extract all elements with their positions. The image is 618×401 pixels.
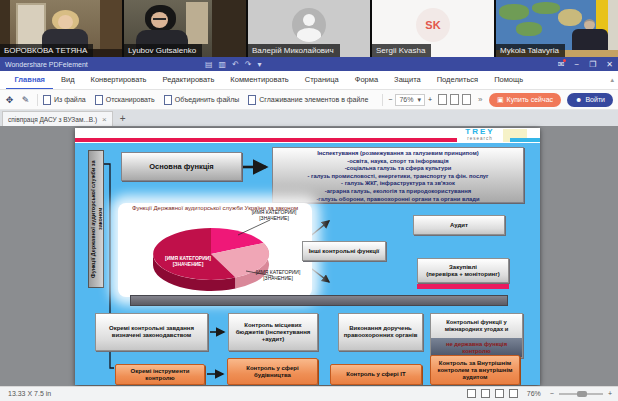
- control-task-box: Виконання доручень правоохоронних органі…: [338, 313, 423, 351]
- print-icon[interactable]: ▥: [219, 60, 227, 69]
- menu-tab-3[interactable]: Вид: [53, 71, 83, 90]
- view-thumbnails-icon[interactable]: [509, 389, 518, 398]
- inspection-line: - галузь промисловості, енергетики, тран…: [308, 173, 489, 181]
- control-task-box: Окремі контрольні завдання визначені зак…: [95, 313, 208, 351]
- toolbar-item[interactable]: Сглаживание элементов в файле: [248, 95, 368, 105]
- procurement-line2: (перевірка + моніторинг): [426, 271, 499, 278]
- undo-icon[interactable]: ↶: [232, 60, 239, 69]
- close-button[interactable]: ✕: [606, 60, 613, 69]
- view-single-page-icon[interactable]: [467, 389, 476, 398]
- screen: БОРОВКОВА ТЕТЯНА Lyubov Gutsalenko Валер…: [0, 0, 618, 401]
- statusbar-right: 76% − +: [467, 389, 612, 398]
- zoom-slider-handle[interactable]: [577, 391, 587, 397]
- zoom-slider[interactable]: [559, 393, 603, 395]
- document-area[interactable]: TREY research: [0, 126, 618, 386]
- toolbar: ✥ ✎ Из файлаОтсканироватьОбъединить файл…: [0, 90, 618, 110]
- toolbar-item-label: Отсканировать: [106, 96, 155, 103]
- zoom-controls: − 76% ▾ +: [388, 94, 432, 106]
- minimize-button[interactable]: −: [574, 60, 579, 69]
- quick-access-toolbar: ▤ ▥ ↶ ↷ ▾: [205, 57, 262, 71]
- menu-tab-8[interactable]: Форма: [347, 71, 386, 90]
- close-tab-icon[interactable]: ×: [102, 115, 107, 124]
- document-tab[interactable]: співпраця ДАСУ з ВУЗам...В.) ×: [2, 111, 113, 126]
- toolbar-item-label: Из файла: [54, 96, 86, 103]
- trey-logo: TREY research: [454, 128, 506, 141]
- procurement-line1: Закупівлі: [449, 264, 477, 271]
- international-functions-top: Контрольні функції у міжнародних угодах …: [431, 314, 522, 338]
- view-two-page-icon[interactable]: [495, 389, 504, 398]
- toolbar-item[interactable]: Отсканировать: [95, 95, 155, 105]
- participant-tile-kvasha[interactable]: SK Sergii Kvasha: [372, 0, 494, 57]
- buy-now-button[interactable]: ▣ Купить сейчас: [489, 93, 561, 107]
- ribbon-menubar: ФайлГлавнаяВидКонвертироватьРедактироват…: [0, 71, 618, 90]
- participant-tile-talavyria[interactable]: Mykola Talavyria: [496, 0, 618, 57]
- new-tab-button[interactable]: +: [120, 113, 126, 124]
- person-glasses: [153, 18, 166, 20]
- toolbar-item[interactable]: Объединить файлы: [164, 95, 240, 105]
- divider-bar: [130, 295, 508, 306]
- collapse-ribbon-icon[interactable]: ▴: [610, 76, 614, 84]
- participant-name: БОРОВКОВА ТЕТЯНА: [0, 44, 93, 57]
- zoom-out-button[interactable]: −: [388, 96, 392, 103]
- vertical-axis-label: Функції Державної аудиторської служби за…: [88, 150, 104, 288]
- slide-body: Функції Державної аудиторської служби за…: [75, 143, 540, 385]
- window-controls: ✉ − ❐ ✕: [558, 57, 613, 71]
- avatar-head: [303, 14, 315, 26]
- menu-tab-5[interactable]: Редактировать: [155, 71, 223, 90]
- inspection-line: - галузь ЖКГ, інфраструктура та зв'язок: [341, 180, 455, 188]
- more-tools-icon[interactable]: »: [478, 95, 482, 104]
- view-continuous-icon[interactable]: [481, 389, 490, 398]
- login-button[interactable]: ☻ Войти: [567, 93, 613, 107]
- customize-dropdown-icon[interactable]: ▾: [258, 60, 262, 69]
- menu-tab-2[interactable]: Главная: [6, 71, 53, 90]
- menu-tab-7[interactable]: Страница: [297, 71, 347, 90]
- video-strip: БОРОВКОВА ТЕТЯНА Lyubov Gutsalenko Валер…: [0, 0, 618, 57]
- menu-tab-4[interactable]: Конвертировать: [83, 71, 155, 90]
- scene-wall: [608, 0, 618, 57]
- toolbar-item-label: Объединить файлы: [175, 96, 240, 103]
- document-icon: [164, 95, 172, 105]
- menu-tab-10[interactable]: Поделиться: [429, 71, 486, 90]
- person-body: [572, 29, 608, 52]
- menu-tab-9[interactable]: Защита: [386, 71, 429, 90]
- inspection-line: -соціальна галузь та сфера культури: [345, 165, 452, 173]
- map-landmass: [499, 4, 529, 20]
- window-title: Wondershare PDFelement: [5, 61, 88, 68]
- logo-title: TREY: [454, 128, 506, 136]
- chevron-down-icon: ▾: [417, 96, 421, 104]
- document-icon: [43, 95, 51, 105]
- page-fit-icon[interactable]: [438, 94, 447, 105]
- restore-button[interactable]: ❐: [589, 60, 596, 69]
- page-actual-size-icon[interactable]: [462, 94, 471, 105]
- zoom-in-button[interactable]: +: [608, 390, 612, 397]
- participant-tile-gutsalenko[interactable]: Lyubov Gutsalenko: [124, 0, 246, 57]
- toolbar-items: Из файлаОтсканироватьОбъединить файлыСгл…: [43, 95, 377, 105]
- document-tab-title: співпраця ДАСУ з ВУЗам...В.): [8, 116, 97, 123]
- zoom-in-button[interactable]: +: [428, 96, 432, 103]
- redo-icon[interactable]: ↷: [245, 60, 252, 69]
- save-icon[interactable]: ▤: [205, 60, 213, 69]
- mail-notification-icon[interactable]: ✉: [558, 60, 565, 69]
- toolbar-divider: [37, 94, 38, 106]
- participant-tile-valerii[interactable]: Валерій Миколайович: [248, 0, 370, 57]
- zoom-level-select[interactable]: 76% ▾: [395, 94, 425, 106]
- control-task-box: Контроль місцевих бюджетів (інспектуванн…: [228, 313, 318, 351]
- zoom-out-button[interactable]: −: [550, 390, 554, 397]
- menu-tab-6[interactable]: Комментировать: [222, 71, 296, 90]
- control-instrument-box: Контроль у сфері будівництва: [227, 358, 318, 385]
- inspection-line: -галузь оборони, правоохоронні органи та…: [316, 196, 479, 204]
- select-edit-tool-icon[interactable]: ✎: [19, 95, 32, 105]
- map-landmass: [516, 22, 542, 36]
- pie-label-value: [ЗНАЧЕНИЕ]: [238, 215, 310, 221]
- toolbar-item-label: Сглаживание элементов в файле: [259, 96, 368, 103]
- document-icon: [95, 95, 103, 105]
- pie-chart-panel: Функції Державної аудиторської служби Ук…: [118, 203, 312, 297]
- menu-tab-11[interactable]: Помощь: [486, 71, 531, 90]
- participant-tile-borovkova[interactable]: БОРОВКОВА ТЕТЯНА: [0, 0, 122, 57]
- page-width-icon[interactable]: [450, 94, 459, 105]
- window-titlebar: Wondershare PDFelement ▤ ▥ ↶ ↷ ▾ ✉ − ❐ ✕: [0, 57, 618, 71]
- toolbar-item[interactable]: Из файла: [43, 95, 86, 105]
- audit-box: Аудит: [413, 215, 505, 235]
- pan-tool-icon[interactable]: ✥: [3, 95, 16, 105]
- pie-label-value: [ЗНАЧЕНИЕ]: [150, 261, 226, 267]
